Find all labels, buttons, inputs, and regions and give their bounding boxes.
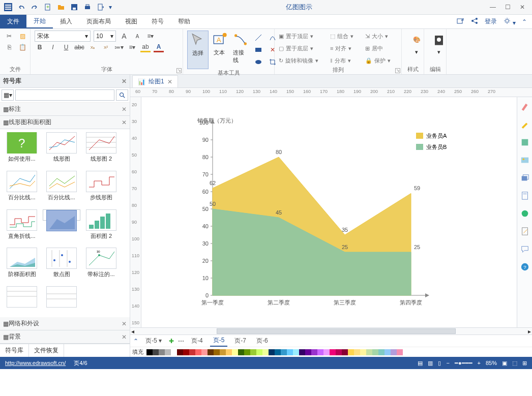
bring-front-button[interactable]: ▣ 置于顶层 ▾ [279, 31, 325, 42]
color-swatch[interactable] [378, 349, 385, 355]
font-name-select[interactable]: 宋体▾ [35, 31, 91, 42]
color-swatch[interactable] [317, 349, 323, 355]
gallery-item[interactable]: 百分比线... [3, 171, 41, 206]
gallery-item[interactable]: 面积图 2 [82, 209, 120, 245]
section-annotation[interactable]: ▦ 标注✕ [0, 103, 130, 116]
gallery-item[interactable]: 阶梯面积图 [3, 248, 41, 283]
color-swatch[interactable] [201, 349, 208, 355]
italic-icon[interactable]: I [48, 42, 58, 52]
color-swatch[interactable] [372, 349, 378, 355]
symbol-search-input[interactable] [15, 89, 114, 101]
page-tab-7[interactable]: 页-7 [231, 336, 249, 346]
app-menu-icon[interactable] [3, 2, 13, 12]
color-swatch[interactable] [165, 349, 171, 355]
color-swatch[interactable] [262, 349, 269, 355]
print-icon[interactable] [82, 2, 93, 12]
page-menu-icon[interactable]: ⋯ [178, 338, 184, 345]
undo-icon[interactable] [16, 2, 26, 12]
color-swatch[interactable] [397, 349, 403, 355]
subscript-icon[interactable]: X₂ [87, 42, 98, 52]
grow-font-icon[interactable]: A [119, 31, 129, 41]
image-tool-icon[interactable] [520, 156, 529, 166]
zoom-slider[interactable]: ━●━━━ [455, 360, 472, 367]
color-swatch[interactable] [323, 349, 330, 355]
color-swatch[interactable] [360, 349, 366, 355]
zoom-in-icon[interactable]: + [478, 360, 481, 366]
color-tool-icon[interactable] [520, 138, 529, 148]
line-tool-icon[interactable] [253, 33, 263, 43]
share-icon[interactable] [456, 17, 464, 26]
gallery-item[interactable]: 直角折线... [3, 209, 41, 245]
color-swatch[interactable] [214, 349, 220, 355]
text-box-icon[interactable]: ≡▾ [145, 31, 156, 41]
theme-tool-icon[interactable] [520, 102, 529, 113]
color-swatch[interactable] [330, 349, 336, 355]
arrange-dialog-launcher[interactable]: ↘ [395, 68, 400, 73]
color-swatch[interactable] [244, 349, 250, 355]
page-tab-4[interactable]: 页-4 [188, 336, 206, 346]
color-swatch[interactable] [238, 349, 244, 355]
color-swatch[interactable] [311, 349, 317, 355]
gallery-item[interactable]: 线形图 2 [82, 132, 120, 168]
pen-tool-icon[interactable] [520, 120, 529, 131]
tab-help[interactable]: 帮助 [171, 15, 197, 28]
color-swatch[interactable] [366, 349, 372, 355]
vendor-url[interactable]: http://www.edrawsoft.cn/ [5, 360, 66, 366]
superscript-icon[interactable]: X² [101, 42, 111, 52]
bullets-icon[interactable]: ≔▾ [114, 42, 124, 52]
redo-icon[interactable] [29, 2, 40, 12]
color-swatch[interactable] [391, 349, 397, 355]
highlight-icon[interactable]: ab [140, 42, 151, 52]
zoom-out-icon[interactable]: − [446, 360, 449, 366]
left-tab-recovery[interactable]: 文件恢复 [29, 344, 64, 357]
color-swatch[interactable] [226, 349, 232, 355]
gallery-item[interactable]: 线形图 [43, 132, 80, 168]
color-swatch[interactable] [256, 349, 262, 355]
ellipse-tool-icon[interactable] [253, 57, 263, 67]
settings-icon[interactable]: ▾ [503, 17, 516, 26]
color-swatch[interactable] [348, 349, 354, 355]
gallery-item[interactable]: 百分比线... [43, 171, 80, 206]
section-network[interactable]: ▦ 网络和外设✕ [0, 317, 130, 330]
color-swatch[interactable] [250, 349, 256, 355]
minimize-button[interactable]: — [490, 4, 496, 11]
distribute-button[interactable]: ⫴ 分布 ▾ [330, 55, 360, 66]
color-swatch[interactable] [385, 349, 391, 355]
maximize-button[interactable]: ☐ [505, 4, 511, 11]
page-tab-5[interactable]: 页-5 [210, 335, 228, 347]
close-pane-icon[interactable]: ✕ [122, 78, 127, 85]
new-icon[interactable] [43, 2, 53, 12]
tab-start[interactable]: 开始 [26, 15, 53, 28]
send-back-button[interactable]: ▢ 置于底层 ▾ [279, 43, 325, 54]
tab-layout[interactable]: 页面布局 [79, 15, 118, 28]
font-size-select[interactable]: 10▾ [94, 31, 116, 42]
section-background[interactable]: ▦ 背景✕ [0, 330, 130, 344]
bold-icon[interactable]: B [35, 42, 45, 52]
color-swatch[interactable] [293, 349, 299, 355]
add-page-icon[interactable]: ✚ [169, 338, 174, 345]
area-chart[interactable]: 销售额（万元）0102030405060708090100第一季度第二季度第三季… [172, 117, 497, 327]
shrink-font-icon[interactable]: A [132, 31, 142, 41]
color-swatch[interactable] [220, 349, 226, 355]
gallery-item[interactable]: 30带标注的... [82, 248, 120, 283]
fit-page-icon[interactable]: ▣ [502, 360, 507, 367]
color-swatch[interactable] [342, 349, 348, 355]
globe-tool-icon[interactable] [520, 209, 529, 220]
tab-insert[interactable]: 插入 [53, 15, 79, 28]
section-linecharts[interactable]: ▦ 线形图和面积图✕ [0, 116, 130, 129]
gallery-item[interactable]: ?如何使用... [3, 132, 41, 168]
font-color-icon[interactable]: A [154, 42, 164, 52]
color-swatch[interactable] [232, 349, 238, 355]
rect-tool-icon[interactable] [253, 45, 263, 55]
share2-icon[interactable] [470, 17, 479, 26]
color-swatch[interactable] [281, 349, 287, 355]
protect-button[interactable]: 🔒 保护 ▾ [365, 55, 397, 66]
login-link[interactable]: 登录 [485, 17, 497, 26]
page-dropdown[interactable]: 页-5 ▾ [142, 336, 165, 346]
gallery-item[interactable] [43, 286, 80, 314]
close-doc-icon[interactable]: ✕ [167, 78, 172, 85]
view-present-icon[interactable]: ▯ [438, 360, 441, 367]
color-swatch[interactable] [208, 349, 214, 355]
color-swatch[interactable] [299, 349, 305, 355]
tab-view[interactable]: 视图 [118, 15, 144, 28]
